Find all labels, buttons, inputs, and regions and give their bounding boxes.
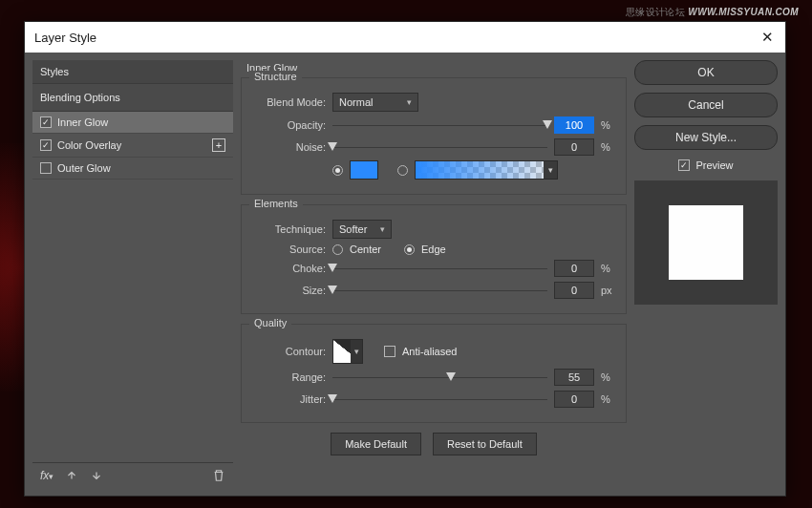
fx-icon[interactable]: fx▾	[40, 469, 53, 482]
titlebar: Layer Style ✕	[25, 22, 785, 53]
preview-thumbnail	[634, 180, 778, 305]
add-effect-icon[interactable]: +	[212, 138, 225, 152]
technique-label: Technique:	[251, 223, 326, 235]
unit-label: %	[601, 263, 616, 274]
layer-style-dialog: Layer Style ✕ Styles Blending Options In…	[24, 21, 786, 497]
range-slider[interactable]	[332, 370, 547, 384]
chevron-down-icon: ▾	[407, 97, 412, 107]
preview-checkbox[interactable]	[678, 159, 690, 171]
range-input[interactable]	[554, 369, 594, 386]
preview-label: Preview	[695, 159, 733, 171]
jitter-input[interactable]	[554, 391, 594, 408]
quality-group: Quality Contour: ▾ Anti-aliased Range: %…	[241, 324, 627, 423]
opacity-slider[interactable]	[332, 118, 547, 132]
blend-mode-select[interactable]: Normal ▾	[332, 93, 418, 112]
checkbox-icon[interactable]	[40, 162, 52, 174]
source-edge-radio[interactable]	[404, 244, 415, 255]
group-label: Quality	[249, 317, 291, 328]
styles-header[interactable]: Styles	[32, 60, 233, 84]
arrow-up-icon[interactable]	[65, 469, 78, 482]
anti-aliased-checkbox[interactable]	[384, 346, 395, 357]
styles-footer: fx▾	[32, 462, 233, 488]
unit-label: %	[601, 119, 616, 131]
contour-picker[interactable]: ▾	[332, 339, 363, 364]
page-watermark: 思缘设计论坛 WWW.MISSYUAN.COM	[626, 6, 799, 19]
jitter-label: Jitter:	[251, 393, 326, 405]
opacity-label: Opacity:	[251, 119, 326, 131]
style-item-outer-glow[interactable]: Outer Glow	[32, 158, 233, 180]
arrow-down-icon[interactable]	[90, 469, 103, 482]
source-label: Source:	[251, 243, 326, 255]
dialog-title: Layer Style	[34, 31, 759, 45]
noise-input[interactable]	[554, 138, 594, 156]
reset-default-button[interactable]: Reset to Default	[433, 433, 537, 455]
group-label: Elements	[249, 198, 303, 209]
chevron-down-icon: ▾	[351, 340, 362, 363]
choke-input[interactable]	[554, 260, 594, 277]
elements-group: Elements Technique: Softer ▾ Source: Cen…	[241, 204, 627, 314]
range-label: Range:	[251, 371, 326, 383]
gradient-radio[interactable]	[397, 165, 408, 176]
size-input[interactable]	[554, 282, 594, 299]
jitter-slider[interactable]	[332, 392, 547, 406]
make-default-button[interactable]: Make Default	[331, 433, 421, 455]
chevron-down-icon: ▾	[380, 224, 385, 234]
unit-label: %	[601, 371, 616, 383]
structure-group: Structure Blend Mode: Normal ▾ Opacity: …	[241, 77, 627, 195]
blend-mode-label: Blend Mode:	[251, 96, 326, 108]
color-radio[interactable]	[332, 165, 343, 176]
choke-slider[interactable]	[332, 262, 547, 275]
preview-swatch	[669, 205, 743, 280]
style-item-color-overlay[interactable]: Color Overlay +	[32, 134, 233, 158]
size-label: Size:	[251, 285, 326, 296]
right-column: OK Cancel New Style... Preview	[634, 60, 778, 488]
noise-slider[interactable]	[332, 140, 547, 154]
style-item-label: Inner Glow	[57, 116, 108, 128]
chevron-down-icon: ▾	[544, 161, 557, 179]
checkbox-icon[interactable]	[40, 139, 52, 151]
trash-icon[interactable]	[212, 469, 225, 482]
ok-button[interactable]: OK	[634, 60, 778, 85]
contour-label: Contour:	[251, 346, 326, 357]
anti-aliased-label: Anti-aliased	[402, 346, 457, 357]
blending-options[interactable]: Blending Options	[32, 84, 233, 112]
cancel-button[interactable]: Cancel	[634, 93, 778, 117]
choke-label: Choke:	[251, 263, 326, 274]
new-style-button[interactable]: New Style...	[634, 125, 778, 150]
unit-label: px	[601, 285, 616, 296]
style-item-inner-glow[interactable]: Inner Glow	[32, 112, 233, 134]
color-swatch[interactable]	[350, 160, 378, 180]
gradient-picker[interactable]: ▾	[415, 160, 558, 180]
noise-label: Noise:	[251, 141, 326, 153]
unit-label: %	[601, 393, 616, 405]
panel-title: Inner Glow	[246, 62, 627, 74]
source-edge-label: Edge	[421, 243, 446, 255]
technique-select[interactable]: Softer ▾	[332, 220, 392, 239]
source-center-radio[interactable]	[332, 244, 343, 255]
style-item-label: Color Overlay	[57, 139, 121, 151]
opacity-input[interactable]	[554, 116, 594, 134]
unit-label: %	[601, 141, 616, 153]
options-column: Inner Glow Structure Blend Mode: Normal …	[241, 60, 627, 488]
size-slider[interactable]	[332, 284, 547, 297]
style-item-label: Outer Glow	[57, 162, 111, 174]
group-label: Structure	[249, 71, 302, 82]
checkbox-icon[interactable]	[40, 116, 52, 128]
close-icon[interactable]: ✕	[759, 29, 776, 46]
styles-column: Styles Blending Options Inner Glow Color…	[32, 60, 233, 488]
source-center-label: Center	[350, 243, 381, 255]
